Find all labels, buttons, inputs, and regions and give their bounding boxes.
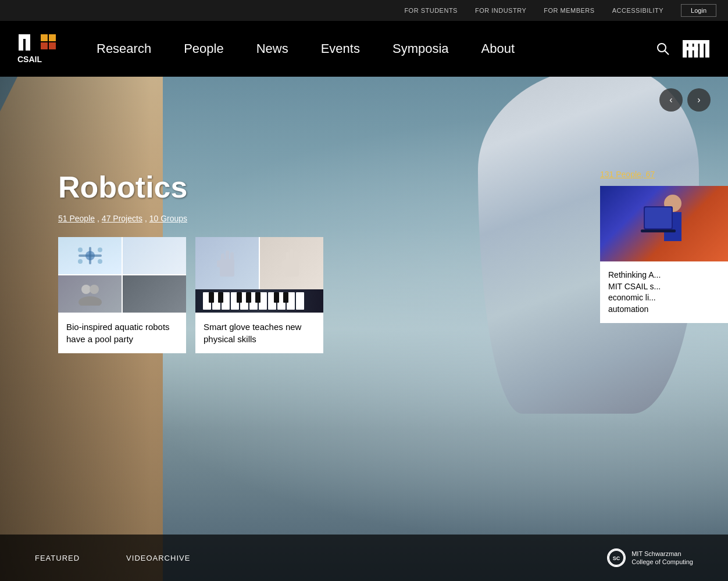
svg-line-9 <box>665 51 669 55</box>
hero-content: Robotics 51 People, 47 Projects, 10 Grou… <box>58 170 361 353</box>
svg-rect-33 <box>286 252 289 261</box>
svg-point-25 <box>90 285 99 294</box>
right-section-meta: 131 People, 67 <box>600 170 728 179</box>
hero-section: ‹ › Robotics 51 People, 47 Projects, 10 … <box>0 77 728 581</box>
svg-point-8 <box>658 44 666 52</box>
card-aquatic-image <box>58 237 186 313</box>
bottom-featured[interactable]: FEATURED <box>35 554 80 562</box>
card-aquatic-robots[interactable]: Bio-inspired aquatic robots have a pool … <box>58 237 186 353</box>
next-arrow[interactable]: › <box>687 88 711 112</box>
svg-rect-19 <box>89 247 91 264</box>
nav-right <box>656 40 711 58</box>
svg-rect-4 <box>41 34 48 41</box>
bottom-bar: FEATURED Videoarchive SC MIT Schwarzman … <box>0 535 728 581</box>
article-cards: Bio-inspired aquatic robots have a pool … <box>58 237 361 353</box>
svg-rect-2 <box>19 34 30 39</box>
utility-link-members[interactable]: FOR MEMBERS <box>544 7 594 14</box>
svg-rect-28 <box>221 253 224 262</box>
svg-rect-16 <box>683 46 698 50</box>
schwarzman-line2: College of Computing <box>631 558 693 566</box>
svg-rect-6 <box>41 42 48 49</box>
people-icon <box>76 282 105 306</box>
card-glove-image <box>195 237 323 313</box>
nav-links: Research People News Events Symposia Abo… <box>80 21 656 77</box>
carousel-controls: ‹ › <box>659 88 711 112</box>
svg-rect-30 <box>230 252 234 261</box>
login-button[interactable]: Login <box>681 4 716 17</box>
svg-rect-53 <box>255 292 260 303</box>
hand-icon <box>280 248 304 279</box>
glove-image-top <box>195 237 323 289</box>
card-glove-title: Smart glove teaches new physical skills <box>204 321 315 345</box>
utility-link-students[interactable]: FOR STUDENTS <box>404 7 458 14</box>
schwarzman-logo: SC MIT Schwarzman College of Computing <box>607 548 693 567</box>
glove-quad-1 <box>195 237 259 289</box>
schwarzman-line1: MIT Schwarzman <box>631 550 693 558</box>
svg-rect-50 <box>218 292 223 303</box>
svg-rect-48 <box>296 292 304 310</box>
nav-people[interactable]: People <box>167 21 240 77</box>
svg-point-22 <box>78 259 83 264</box>
search-icon <box>656 42 670 56</box>
nav-events[interactable]: Events <box>305 21 376 77</box>
svg-point-21 <box>98 248 102 252</box>
img-quad-2 <box>123 237 186 274</box>
person-computer-icon <box>638 189 690 259</box>
bottom-videoarchive[interactable]: Videoarchive <box>126 554 190 562</box>
card-aquatic-title: Bio-inspired aquatic robots have a pool … <box>66 321 178 345</box>
mit-logo-svg <box>681 40 711 58</box>
right-card-image <box>600 186 728 261</box>
svg-rect-60 <box>641 229 676 232</box>
nav-symposia[interactable]: Symposia <box>376 21 465 77</box>
robot-hand-icon <box>214 248 240 279</box>
glove-bottom <box>195 289 323 313</box>
people-link[interactable]: 51 People <box>58 214 95 223</box>
right-partial-card: 131 People, 67 Rethinking A...MIT CSAIL … <box>600 170 728 323</box>
right-card[interactable]: Rethinking A...MIT CSAIL s...economic li… <box>600 186 728 323</box>
right-people-link[interactable]: 131 People, 67 <box>600 170 655 179</box>
utility-bar: FOR STUDENTS FOR INDUSTRY FOR MEMBERS AC… <box>0 0 728 21</box>
svg-point-26 <box>78 296 102 306</box>
search-button[interactable] <box>656 42 670 56</box>
schwarzman-text: MIT Schwarzman College of Computing <box>631 550 693 566</box>
schwarzman-icon: SC <box>608 550 624 566</box>
schwarzman-logo-mark: SC <box>607 548 626 567</box>
projects-link[interactable]: 47 Projects <box>102 214 142 223</box>
right-card-body: Rethinking A...MIT CSAIL s...economic li… <box>600 261 728 323</box>
svg-rect-15 <box>683 40 709 44</box>
svg-rect-31 <box>217 260 222 267</box>
section-title: Robotics <box>58 170 361 205</box>
svg-text:SC: SC <box>613 555 620 561</box>
csail-logo: CSAIL <box>17 33 57 65</box>
utility-link-accessibility[interactable]: ACCESSIBILITY <box>612 7 663 14</box>
svg-rect-35 <box>294 251 297 261</box>
glove-quad-2 <box>260 237 323 289</box>
mit-logo <box>681 40 711 58</box>
svg-text:CSAIL: CSAIL <box>17 55 42 64</box>
main-nav: CSAIL Research People News Events Sympos… <box>0 21 728 77</box>
svg-point-24 <box>81 285 91 294</box>
svg-rect-51 <box>237 292 242 303</box>
nav-research[interactable]: Research <box>80 21 167 77</box>
svg-point-23 <box>98 259 102 264</box>
svg-rect-32 <box>285 259 299 277</box>
img-quad-3 <box>58 275 122 313</box>
nav-news[interactable]: News <box>240 21 305 77</box>
section-meta: 51 People, 47 Projects, 10 Groups <box>58 214 361 223</box>
groups-link[interactable]: 10 Groups <box>149 214 187 223</box>
prev-arrow[interactable]: ‹ <box>659 88 683 112</box>
img-quad-4 <box>123 275 186 313</box>
utility-link-industry[interactable]: FOR INDUSTRY <box>475 7 526 14</box>
card-aquatic-body: Bio-inspired aquatic robots have a pool … <box>58 313 186 353</box>
drone-icon <box>76 244 105 267</box>
nav-about[interactable]: About <box>465 21 531 77</box>
svg-rect-55 <box>283 292 288 303</box>
svg-rect-29 <box>226 250 229 261</box>
svg-point-20 <box>78 248 83 252</box>
piano-keys-icon <box>200 292 305 310</box>
right-card-title: Rethinking A...MIT CSAIL s...economic li… <box>608 270 720 315</box>
svg-rect-49 <box>209 292 214 303</box>
card-smart-glove[interactable]: Smart glove teaches new physical skills <box>195 237 323 353</box>
logo-link[interactable]: CSAIL <box>17 33 57 65</box>
svg-rect-54 <box>274 292 279 303</box>
